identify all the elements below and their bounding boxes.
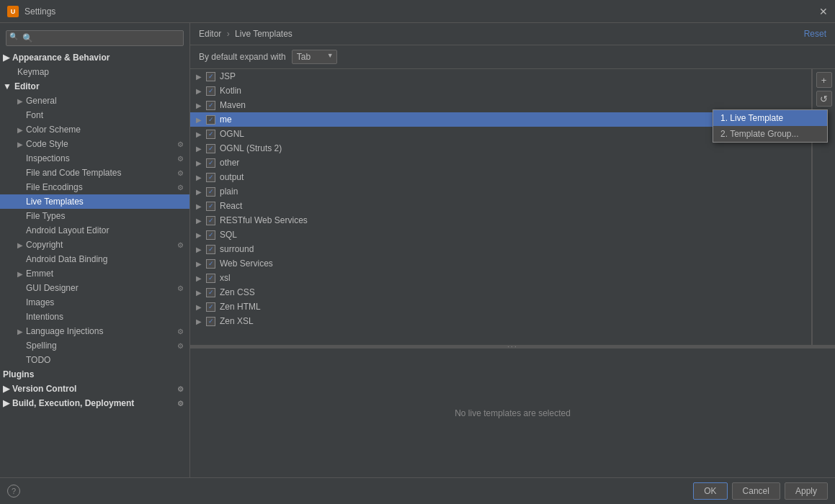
dropdown-item-template-group[interactable]: 2. Template Group... bbox=[713, 126, 827, 142]
tree-checkbox-sql[interactable] bbox=[206, 230, 215, 240]
expand-select-wrapper: Tab Space Enter bbox=[292, 50, 337, 64]
sidebar-item-copyright[interactable]: ▶ Copyright ⚙ bbox=[0, 238, 189, 252]
tree-item-web-services[interactable]: ▶ Web Services bbox=[190, 256, 811, 271]
tree-checkbox-react[interactable] bbox=[206, 202, 215, 211]
tree-item-xsl[interactable]: ▶ xsl bbox=[190, 271, 811, 285]
tree-checkbox-xsl[interactable] bbox=[206, 274, 215, 283]
sidebar-item-plugins[interactable]: Plugins bbox=[0, 367, 189, 382]
sidebar-item-font[interactable]: Font bbox=[0, 108, 189, 122]
sidebar-item-android-layout-editor[interactable]: Android Layout Editor bbox=[0, 223, 189, 238]
tree-arrow-icon: ▶ bbox=[196, 289, 203, 297]
tree-arrow-icon: ▶ bbox=[196, 231, 203, 239]
sidebar-item-version-control[interactable]: ▶ Version Control ⚙ bbox=[0, 382, 189, 396]
tree-item-output[interactable]: ▶ output bbox=[190, 170, 811, 184]
badge-icon: ⚙ bbox=[177, 241, 184, 249]
sidebar-item-color-scheme[interactable]: ▶ Color Scheme bbox=[0, 122, 189, 137]
tree-checkbox-jsp[interactable] bbox=[206, 72, 215, 81]
tree-item-label: Kotlin bbox=[220, 86, 241, 96]
sidebar-item-file-encodings[interactable]: File Encodings ⚙ bbox=[0, 180, 189, 194]
cancel-button[interactable]: Cancel bbox=[732, 482, 780, 500]
add-dropdown-popup: 1. Live Template 2. Template Group... bbox=[713, 109, 828, 143]
tree-checkbox-ognl[interactable] bbox=[206, 130, 215, 139]
tree-item-jsp[interactable]: ▶ JSP bbox=[190, 69, 811, 84]
tree-item-react[interactable]: ▶ React bbox=[190, 199, 811, 213]
sidebar-item-label: Android Layout Editor bbox=[26, 225, 109, 235]
tree-checkbox-restful[interactable] bbox=[206, 216, 215, 225]
sidebar-item-gui-designer[interactable]: GUI Designer ⚙ bbox=[0, 281, 189, 295]
tree-checkbox-zen-html[interactable] bbox=[206, 302, 215, 312]
sidebar-item-keymap[interactable]: Keymap bbox=[0, 65, 189, 79]
tree-checkbox-kotlin[interactable] bbox=[206, 86, 215, 96]
dropdown-item-live-template[interactable]: 1. Live Template bbox=[713, 110, 827, 126]
main-panel: Editor › Live Templates Reset By default… bbox=[190, 23, 835, 477]
tree-item-plain[interactable]: ▶ plain bbox=[190, 184, 811, 199]
sidebar-item-label: Language Injections bbox=[26, 326, 103, 336]
arrow-icon: ▶ bbox=[17, 270, 23, 278]
tree-checkbox-other[interactable] bbox=[206, 158, 215, 168]
tree-item-restful[interactable]: ▶ RESTful Web Services bbox=[190, 213, 811, 228]
tree-item-ognl-struts2[interactable]: ▶ OGNL (Struts 2) bbox=[190, 141, 811, 156]
tree-checkbox-output[interactable] bbox=[206, 173, 215, 182]
close-button[interactable]: ✕ bbox=[819, 6, 828, 17]
sidebar-item-images[interactable]: Images bbox=[0, 295, 189, 310]
sidebar-item-label: Android Data Binding bbox=[26, 254, 107, 264]
main-header: Editor › Live Templates Reset bbox=[190, 23, 835, 45]
sidebar-item-emmet[interactable]: ▶ Emmet bbox=[0, 266, 189, 281]
bottom-bar: ? OK Cancel Apply bbox=[0, 477, 835, 504]
breadcrumb-editor: Editor bbox=[199, 29, 221, 39]
add-button[interactable]: + bbox=[816, 72, 832, 88]
tree-checkbox-plain[interactable] bbox=[206, 187, 215, 197]
sidebar-item-android-data-binding[interactable]: Android Data Binding bbox=[0, 252, 189, 266]
sidebar-item-intentions[interactable]: Intentions bbox=[0, 310, 189, 324]
tree-checkbox-ognl-struts2[interactable] bbox=[206, 144, 215, 153]
search-input[interactable] bbox=[6, 30, 184, 46]
tree-checkbox-zen-css[interactable] bbox=[206, 288, 215, 297]
tree-item-surround[interactable]: ▶ surround bbox=[190, 242, 811, 256]
tree-checkbox-surround[interactable] bbox=[206, 245, 215, 254]
tree-checkbox-zen-xsl[interactable] bbox=[206, 317, 215, 326]
sidebar-item-label: Intentions bbox=[26, 312, 63, 322]
tree-checkbox-maven[interactable] bbox=[206, 101, 215, 110]
tree-item-zen-css[interactable]: ▶ Zen CSS bbox=[190, 285, 811, 300]
tree-item-zen-xsl[interactable]: ▶ Zen XSL bbox=[190, 314, 811, 328]
tree-checkbox-web-services[interactable] bbox=[206, 259, 215, 269]
sidebar-item-label: Emmet bbox=[26, 269, 53, 279]
sidebar-item-label: GUI Designer bbox=[26, 283, 79, 293]
tree-arrow-icon: ▶ bbox=[196, 130, 203, 138]
titlebar-left: U Settings bbox=[7, 6, 55, 17]
breadcrumb-current: Live Templates bbox=[235, 29, 293, 39]
help-button[interactable]: ? bbox=[7, 485, 20, 498]
apply-button[interactable]: Apply bbox=[785, 482, 828, 500]
sidebar-item-editor[interactable]: ▼ Editor bbox=[0, 79, 189, 94]
sidebar-item-appearance[interactable]: ▶ Appearance & Behavior bbox=[0, 50, 189, 65]
badge-icon: ⚙ bbox=[177, 184, 184, 192]
sidebar-item-language-injections[interactable]: ▶ Language Injections ⚙ bbox=[0, 324, 189, 338]
ok-button[interactable]: OK bbox=[693, 482, 727, 500]
tree-item-label: Maven bbox=[220, 100, 246, 110]
sidebar-item-label: Inspections bbox=[26, 153, 70, 163]
tree-arrow-icon: ▶ bbox=[196, 303, 203, 311]
tree-item-label: Web Services bbox=[220, 258, 273, 269]
expand-select[interactable]: Tab Space Enter bbox=[292, 50, 337, 64]
expand-with-label: By default expand with bbox=[199, 52, 286, 62]
reset-button[interactable]: Reset bbox=[804, 29, 826, 39]
sidebar-item-file-types[interactable]: File Types bbox=[0, 209, 189, 223]
sidebar-item-build[interactable]: ▶ Build, Execution, Deployment ⚙ bbox=[0, 396, 189, 410]
arrow-icon: ▶ bbox=[3, 53, 9, 63]
content-area: ▶ Appearance & Behavior Keymap ▼ Editor … bbox=[0, 23, 835, 477]
sidebar-item-live-templates[interactable]: Live Templates bbox=[0, 194, 189, 209]
sidebar-item-todo[interactable]: TODO bbox=[0, 353, 189, 367]
tree-item-sql[interactable]: ▶ SQL bbox=[190, 228, 811, 242]
sidebar-item-inspections[interactable]: Inspections ⚙ bbox=[0, 151, 189, 166]
tree-item-kotlin[interactable]: ▶ Kotlin bbox=[190, 84, 811, 98]
undo-button[interactable]: ↺ bbox=[816, 91, 832, 107]
sidebar-item-general[interactable]: ▶ General bbox=[0, 94, 189, 108]
tree-arrow-icon: ▶ bbox=[196, 318, 203, 325]
tree-item-zen-html[interactable]: ▶ Zen HTML bbox=[190, 300, 811, 314]
tree-arrow-icon: ▶ bbox=[196, 87, 203, 95]
tree-checkbox-me[interactable] bbox=[206, 115, 215, 125]
sidebar-item-code-style[interactable]: ▶ Code Style ⚙ bbox=[0, 137, 189, 151]
sidebar-item-file-code-templates[interactable]: File and Code Templates ⚙ bbox=[0, 166, 189, 180]
tree-item-other[interactable]: ▶ other bbox=[190, 156, 811, 170]
sidebar-item-spelling[interactable]: Spelling ⚙ bbox=[0, 338, 189, 353]
